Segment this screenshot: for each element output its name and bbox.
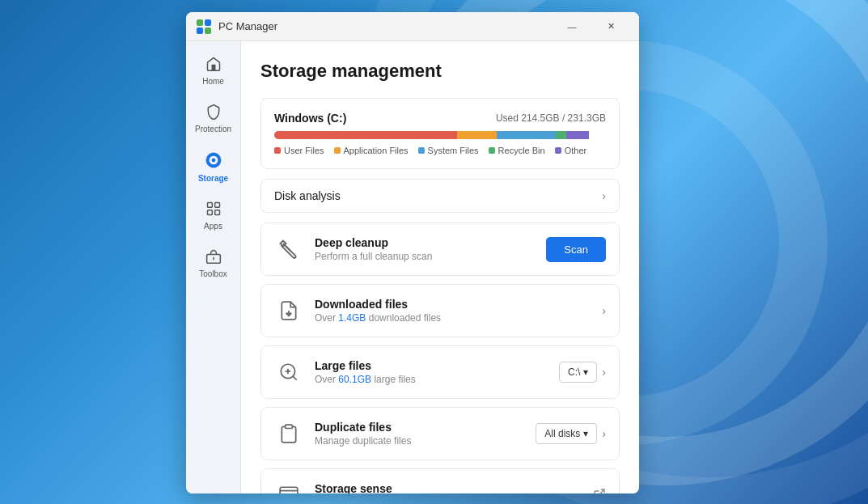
sidebar-item-home[interactable]: Home (186, 48, 241, 94)
svg-line-22 (599, 489, 604, 494)
apps-icon (205, 201, 222, 219)
storage-legend: User Files Application Files System File… (274, 146, 606, 155)
storage-bar (274, 131, 606, 139)
duplicate-files-title: Duplicate files (315, 421, 524, 434)
legend-recycle-bin: Recycle Bin (489, 146, 545, 155)
all-disks-dropdown[interactable]: All disks ▾ (536, 423, 597, 444)
downloaded-files-subtitle: Over 1.4GB downloaded files (315, 312, 591, 324)
app-logo (196, 19, 212, 35)
toolbox-icon (205, 248, 222, 267)
feature-deep-cleanup: Deep cleanup Perform a full cleanup scan… (260, 222, 620, 276)
legend-app-files: Application Files (334, 146, 409, 155)
minimize-button[interactable]: — (553, 12, 591, 41)
downloaded-files-text: Downloaded files Over 1.4GB downloaded f… (315, 298, 591, 324)
legend-dot-other (555, 147, 561, 154)
sidebar-home-label: Home (202, 77, 224, 86)
deep-cleanup-action: Scan (546, 237, 606, 262)
storage-card: Windows (C:) Used 214.5GB / 231.3GB User… (260, 98, 620, 169)
home-icon (205, 56, 222, 74)
duplicate-files-chevron: › (602, 427, 606, 440)
storage-sense-text: Storage sense Automatically clean up tem… (315, 482, 582, 493)
sidebar: Home Protection Storag (186, 41, 241, 493)
sidebar-protection-label: Protection (195, 125, 231, 133)
sidebar-item-apps[interactable]: Apps (186, 193, 241, 239)
bar-recycle-bin (556, 131, 565, 139)
large-files-highlight: 60.1GB (338, 374, 371, 385)
legend-user-files: User Files (274, 146, 324, 155)
large-files-chevron: › (602, 366, 606, 379)
svg-rect-4 (211, 65, 215, 71)
usage-text: Used 214.5GB / 231.3GB (496, 112, 606, 124)
app-window: PC Manager — ✕ Home (186, 12, 639, 493)
svg-rect-0 (197, 19, 203, 26)
sidebar-item-protection[interactable]: Protection (186, 95, 241, 142)
svg-rect-8 (207, 203, 212, 208)
downloaded-files-icon (274, 296, 303, 325)
scan-button[interactable]: Scan (546, 237, 606, 262)
legend-dot-recycle (489, 147, 495, 154)
downloaded-files-title: Downloaded files (315, 298, 591, 311)
large-files-action: C:\ ▾ › (559, 362, 606, 383)
svg-rect-9 (214, 203, 219, 208)
storage-header: Windows (C:) Used 214.5GB / 231.3GB (274, 112, 606, 125)
duplicate-files-text: Duplicate files Manage duplicate files (315, 421, 524, 447)
title-bar: PC Manager — ✕ (186, 12, 639, 41)
svg-rect-11 (214, 210, 219, 215)
page-title: Storage management (260, 61, 620, 82)
svg-rect-16 (286, 425, 293, 428)
legend-system-files: System Files (418, 146, 479, 155)
feature-large-files: Large files Over 60.1GB large files C:\ … (260, 345, 620, 399)
feature-duplicate-files: Duplicate files Manage duplicate files A… (260, 407, 620, 460)
storage-icon (205, 151, 222, 172)
feature-storage-sense: Storage sense Automatically clean up tem… (260, 468, 620, 493)
legend-dot-app (334, 147, 341, 154)
downloaded-chevron: › (602, 304, 606, 317)
svg-rect-2 (197, 28, 203, 34)
legend-other: Other (555, 146, 587, 155)
window-controls: — ✕ (553, 12, 629, 41)
svg-rect-10 (207, 210, 212, 215)
window-title: PC Manager (218, 20, 553, 32)
sidebar-storage-label: Storage (198, 174, 228, 183)
sidebar-item-storage[interactable]: Storage (186, 143, 241, 191)
storage-sense-title: Storage sense (315, 482, 582, 493)
main-area: Home Protection Storag (186, 41, 639, 493)
bar-other (566, 131, 590, 139)
disk-analysis-label: Disk analysis (274, 189, 341, 202)
shield-icon (205, 104, 222, 122)
storage-sense-action (593, 488, 606, 494)
storage-sense-icon (274, 481, 303, 493)
drive-label: Windows (C:) (274, 112, 346, 125)
large-files-icon (274, 358, 303, 387)
duplicate-files-action: All disks ▾ › (536, 423, 606, 444)
deep-cleanup-subtitle: Perform a full cleanup scan (315, 251, 535, 262)
sidebar-toolbox-label: Toolbox (199, 269, 227, 278)
deep-cleanup-title: Deep cleanup (315, 236, 535, 249)
legend-dot-system (418, 147, 425, 154)
large-files-subtitle: Over 60.1GB large files (315, 374, 548, 385)
duplicate-files-subtitle: Manage duplicate files (315, 435, 524, 447)
legend-dot-user (274, 147, 281, 154)
bar-app-files (457, 131, 497, 139)
duplicate-files-icon (274, 419, 303, 448)
deep-cleanup-text: Deep cleanup Perform a full cleanup scan (315, 236, 535, 262)
deep-cleanup-icon (274, 235, 303, 264)
disk-analysis-chevron: › (602, 189, 606, 202)
content-panel: Storage management Windows (C:) Used 214… (241, 41, 639, 493)
bar-system-files (497, 131, 557, 139)
large-files-dropdown[interactable]: C:\ ▾ (559, 362, 597, 383)
disk-analysis-row[interactable]: Disk analysis › (260, 179, 620, 213)
downloaded-files-action: › (602, 304, 606, 317)
sidebar-apps-label: Apps (204, 222, 222, 231)
svg-rect-1 (205, 19, 211, 26)
large-files-text: Large files Over 60.1GB large files (315, 359, 548, 385)
large-files-title: Large files (315, 359, 548, 372)
svg-point-7 (211, 159, 215, 163)
svg-rect-3 (205, 28, 211, 34)
bar-user-files (274, 131, 457, 139)
feature-downloaded-files[interactable]: Downloaded files Over 1.4GB downloaded f… (260, 284, 620, 337)
external-link-icon[interactable] (593, 488, 606, 494)
downloaded-highlight: 1.4GB (338, 312, 366, 324)
close-button[interactable]: ✕ (592, 12, 629, 41)
sidebar-item-toolbox[interactable]: Toolbox (186, 240, 241, 286)
